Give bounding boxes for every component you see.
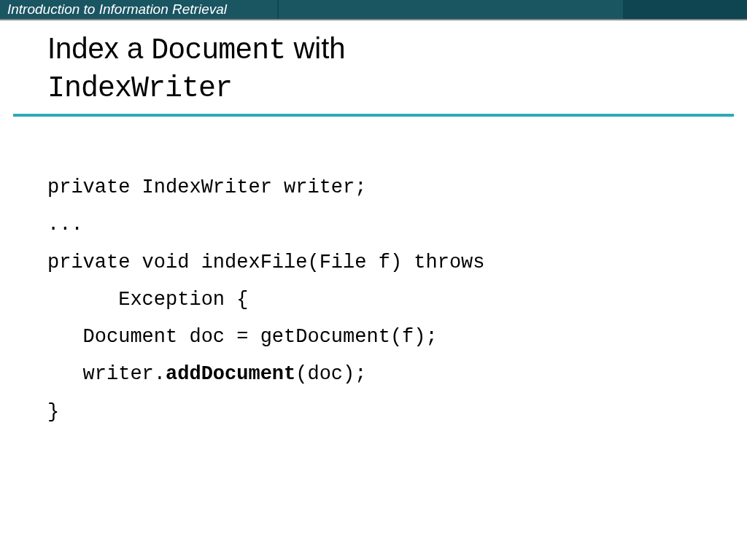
code-line-6-prefix: writer. bbox=[47, 363, 166, 385]
code-line-6-bold: addDocument bbox=[166, 363, 295, 385]
title-mono2: IndexWriter bbox=[47, 72, 232, 105]
code-line-3: private void indexFile(File f) throws bbox=[47, 252, 485, 273]
course-title: Introduction to Information Retrieval bbox=[7, 1, 227, 18]
slide-title: Index a Document with IndexWriter bbox=[0, 20, 747, 114]
header-bar: Introduction to Information Retrieval bbox=[0, 0, 747, 20]
code-line-4: Exception { bbox=[47, 289, 248, 311]
title-part2: with bbox=[285, 32, 345, 64]
code-line-1: private IndexWriter writer; bbox=[47, 176, 366, 198]
title-mono1: Document bbox=[151, 34, 285, 67]
code-line-7: } bbox=[47, 401, 59, 423]
title-part1: Index a bbox=[47, 32, 151, 64]
code-line-6-suffix: (doc); bbox=[295, 363, 366, 385]
header-separator bbox=[277, 0, 279, 19]
code-line-2: ... bbox=[47, 214, 83, 236]
code-line-5: Document doc = getDocument(f); bbox=[47, 326, 438, 348]
code-block: private IndexWriter writer; ... private … bbox=[0, 117, 747, 431]
